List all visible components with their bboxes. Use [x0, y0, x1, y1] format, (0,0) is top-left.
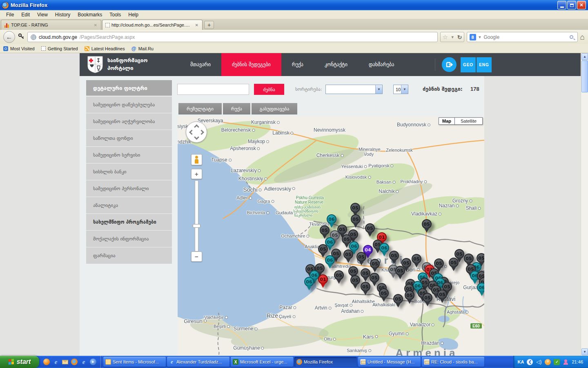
url-bar[interactable]: cloud.moh.gov.ge/Pages/SearchPage.aspx: [27, 32, 438, 42]
map-marker[interactable]: 05: [334, 270, 344, 285]
map-marker[interactable]: 05: [365, 223, 375, 238]
nav-item[interactable]: კონტაქტი: [314, 53, 358, 76]
chevron-down-icon[interactable]: ▼: [401, 85, 408, 94]
logout-icon[interactable]: [442, 57, 457, 72]
sidebar-item[interactable]: საწოლთა ფონდი: [86, 130, 172, 146]
map-marker[interactable]: 05: [379, 288, 389, 303]
site-logo[interactable]: საინფორმაციო პორტალი: [80, 56, 180, 74]
pan-down-icon[interactable]: [194, 135, 199, 140]
action-button[interactable]: რეზულტატი: [178, 103, 222, 114]
lang-button-geo[interactable]: GEO: [461, 57, 476, 72]
taskbar-window-button[interactable]: eAlexander Turdziladz...: [167, 357, 229, 367]
map-marker[interactable]: 06: [304, 277, 314, 292]
bookmark-latest-headlines[interactable]: Latest Headlines: [85, 46, 125, 51]
reload-icon[interactable]: ↻: [457, 34, 462, 40]
map-marker[interactable]: 05: [437, 289, 448, 304]
sidebar-item[interactable]: სამედიცინო პერსონალი: [86, 180, 172, 197]
map-marker[interactable]: 06: [379, 243, 390, 258]
map-marker[interactable]: 01: [318, 274, 328, 289]
map-marker[interactable]: 05: [350, 214, 361, 229]
map-marker[interactable]: 06: [477, 283, 484, 297]
taskbar-window-button[interactable]: RE: Cloud - sisxlis ba...: [422, 357, 484, 367]
pan-right-icon[interactable]: [199, 130, 204, 135]
sidebar-item[interactable]: სისხლის ბანკი: [86, 164, 172, 180]
ie-quicklaunch-icon[interactable]: e: [53, 359, 59, 365]
start-button[interactable]: start: [0, 356, 39, 368]
zoom-track[interactable]: [195, 180, 198, 251]
nav-item[interactable]: ძებნის შედეგები: [221, 53, 281, 76]
sidebar-item[interactable]: სამედიცინო სერვისი: [86, 147, 172, 163]
nav-item[interactable]: რუქა: [281, 53, 314, 76]
map-pan-control[interactable]: [186, 121, 207, 143]
home-icon[interactable]: ⌂: [580, 33, 585, 41]
volume-icon[interactable]: ◁): [536, 359, 542, 365]
page-size-select[interactable]: 10▼: [393, 85, 408, 94]
messenger-person-icon[interactable]: [563, 359, 569, 365]
map-marker[interactable]: 05: [404, 290, 415, 305]
map-marker[interactable]: 05: [350, 275, 361, 290]
ball-quicklaunch-icon[interactable]: [43, 359, 50, 365]
menu-help[interactable]: Help: [125, 11, 142, 18]
fox-quicklaunch-icon[interactable]: [71, 359, 78, 365]
url-dropdown-icon[interactable]: ▼: [451, 35, 454, 39]
engine-dropdown-icon[interactable]: ▼: [478, 35, 482, 39]
browser-scrollbar[interactable]: ▲ ▼: [581, 53, 588, 356]
sidebar-item[interactable]: სამედიცინო დაწესებულება: [86, 96, 172, 113]
bookmark-most-visited[interactable]: Most Visited: [3, 46, 35, 51]
bookmark-mail-ru[interactable]: @Mail.Ru: [131, 46, 154, 51]
map-canvas[interactable]: NovorossiyskSeverskayaKurganinskBelorech…: [178, 117, 484, 356]
map-marker[interactable]: 06: [325, 255, 335, 270]
close-button[interactable]: ✕: [577, 1, 586, 9]
magnifier-icon[interactable]: [570, 35, 573, 39]
taskbar-window-button[interactable]: Sent Items - Microsof...: [103, 357, 166, 367]
chevron-down-icon[interactable]: ▼: [375, 85, 382, 94]
sidebar-item[interactable]: მოქალაქის ინფორმაცია: [86, 231, 172, 247]
new-tab-button[interactable]: +: [204, 21, 214, 29]
map-marker[interactable]: 05: [370, 259, 380, 274]
tab-close-button[interactable]: ✕: [93, 23, 98, 27]
taskbar-window-button[interactable]: Mozilla Firefox: [294, 357, 357, 367]
menu-history[interactable]: History: [51, 11, 74, 18]
map-marker[interactable]: 05: [393, 294, 403, 309]
bookmark-getting-started[interactable]: Getting Started: [41, 46, 78, 51]
search-button[interactable]: ძებნა: [254, 84, 284, 95]
tray-collapse-icon[interactable]: ❮: [527, 359, 533, 365]
pan-up-icon[interactable]: [194, 124, 199, 130]
street-view-pegman[interactable]: [191, 154, 202, 165]
map-marker[interactable]: 05: [360, 282, 371, 296]
action-button[interactable]: გასუფთავება: [252, 103, 298, 114]
sidebar-item[interactable]: ფარმაცია: [86, 247, 172, 264]
menu-file[interactable]: File: [2, 11, 18, 18]
restore-button[interactable]: [567, 1, 576, 9]
search-input[interactable]: [177, 84, 249, 95]
sidebar-item[interactable]: ანალიტიკა: [86, 197, 172, 213]
menu-bookmarks[interactable]: Bookmarks: [74, 11, 106, 18]
scroll-thumb[interactable]: [581, 61, 588, 92]
map-marker[interactable]: 05: [448, 258, 459, 272]
menu-edit[interactable]: Edit: [18, 11, 33, 18]
menu-tools[interactable]: Tools: [106, 11, 125, 18]
sidebar-item[interactable]: სახელმწიფო პროგრამები: [86, 214, 172, 230]
update-clock-icon[interactable]: [545, 359, 551, 365]
map-marker[interactable]: 05: [395, 266, 405, 280]
zoom-slider-handle[interactable]: [193, 224, 200, 228]
nav-item[interactable]: დახმარება: [358, 53, 405, 76]
scroll-up-arrow[interactable]: ▲: [581, 53, 588, 60]
map-marker[interactable]: 05: [389, 251, 399, 265]
tab[interactable]: TOP.GE - RATING✕: [1, 20, 101, 30]
minimize-button[interactable]: [557, 1, 566, 9]
wmp-quicklaunch-icon[interactable]: ▶: [90, 359, 96, 365]
sidebar-item[interactable]: სამედიცინო აღჭურვილობა: [86, 113, 172, 130]
scroll-down-arrow[interactable]: ▼: [581, 348, 588, 355]
env-quicklaunch-icon[interactable]: [62, 360, 68, 364]
nav-item[interactable]: მთავარი: [180, 53, 221, 76]
tab-close-button[interactable]: ✕: [194, 23, 199, 27]
map-marker[interactable]: 05: [356, 252, 367, 267]
search-engine-box[interactable]: 8 ▼ Google: [467, 32, 578, 42]
zoom-out-button[interactable]: −: [191, 251, 202, 262]
menu-view[interactable]: View: [33, 11, 51, 18]
map-marker[interactable]: 05: [422, 293, 433, 307]
security-shield-icon[interactable]: ✓: [554, 359, 560, 365]
lang-button-eng[interactable]: ENG: [477, 57, 492, 72]
taskbar-window-button[interactable]: Untitled - Message (H...: [358, 357, 421, 367]
